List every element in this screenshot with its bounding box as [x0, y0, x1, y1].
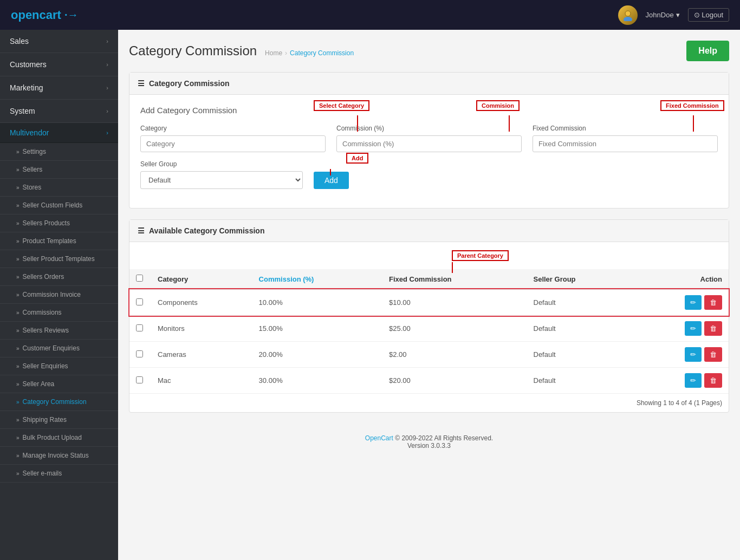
add-form-wrapper: Select Category Commision Fixed Commissi… [140, 106, 718, 189]
footer-copy: © 2009-2022 All Rights Reserved. [395, 434, 493, 442]
sidebar-subitem-shipping-rates[interactable]: »Shipping Rates [0, 411, 118, 429]
sidebar-subitem-sellers-reviews[interactable]: »Sellers Reviews [0, 322, 118, 340]
footer-version: Version 3.0.3.3 [407, 442, 451, 450]
sidebar-section-multivendor[interactable]: Multivendor › [0, 123, 118, 143]
sidebar-subitem-seller-area[interactable]: »Seller Area [0, 375, 118, 393]
footer-brand-link[interactable]: OpenCart [365, 434, 393, 442]
chevron-right-icon-mv: › [106, 129, 108, 136]
sidebar-item-system[interactable]: System › [0, 100, 118, 123]
logout-button[interactable]: ⊙ Logout [688, 8, 729, 22]
sidebar-subitem-commissions[interactable]: »Commissions [0, 304, 118, 322]
row-category-2: Cameras [151, 342, 252, 368]
sidebar-subitem-category-commission[interactable]: »Category Commission [0, 393, 118, 411]
delete-button-2[interactable]: 🗑 [704, 347, 722, 362]
edit-button-1[interactable]: ✏ [685, 321, 702, 336]
sidebar-subitem-seller-custom-fields[interactable]: »Seller Custom Fields [0, 197, 118, 214]
row-category-3: Mac [151, 368, 252, 394]
breadcrumb-home[interactable]: Home [265, 49, 282, 57]
delete-button-0[interactable]: 🗑 [704, 295, 722, 310]
table-row: Mac 30.00% $20.00 Default ✏ 🗑 [129, 368, 729, 394]
arrow-select-category [357, 115, 358, 132]
sidebar-subitem-bulk-product-upload[interactable]: »Bulk Product Upload [0, 429, 118, 447]
sidebar-subitem-commission-invoice[interactable]: »Commission Invoice [0, 286, 118, 304]
edit-button-0[interactable]: ✏ [685, 295, 702, 310]
sidebar-subitem-manage-invoice-status[interactable]: »Manage Invoice Status [0, 447, 118, 465]
page-title: Category Commission [129, 43, 257, 58]
th-seller-group: Seller Group [527, 269, 633, 289]
bullet-icon: » [16, 256, 20, 262]
sidebar-item-customers[interactable]: Customers › [0, 53, 118, 76]
parent-category-annotation-wrapper: Parent Category [138, 250, 720, 269]
card-header-add: ☰ Category Commission [129, 73, 729, 95]
commission-input[interactable] [336, 135, 522, 152]
form-row-2: Seller Group Default Add Add [140, 160, 718, 189]
select-all-checkbox[interactable] [136, 275, 143, 282]
fixed-commission-input[interactable] [533, 135, 718, 152]
form-group-commission: Commission (%) [336, 125, 522, 152]
sidebar-subitem-sellers-products[interactable]: »Sellers Products [0, 214, 118, 232]
edit-button-3[interactable]: ✏ [685, 373, 702, 388]
table-wrapper: Category Commission (%) Fixed Commission… [129, 269, 729, 412]
bullet-icon: » [16, 274, 20, 280]
add-btn-wrapper: Add Add [314, 172, 349, 189]
bullet-icon: » [16, 149, 20, 155]
card-body-add: Select Category Commision Fixed Commissi… [129, 95, 729, 208]
sidebar-subitem-settings[interactable]: »Settings [0, 143, 118, 161]
card-title-table: Available Category Commission [149, 226, 264, 235]
fixed-commission-label: Fixed Commission [533, 125, 718, 132]
commission-label: Commission (%) [336, 125, 522, 132]
sidebar-subitem-seller-product-templates[interactable]: »Seller Product Templates [0, 250, 118, 268]
sidebar-subitem-sellers[interactable]: »Sellers [0, 161, 118, 179]
sidebar-item-sales[interactable]: Sales › [0, 30, 118, 53]
breadcrumb: Home › Category Commission [265, 49, 354, 57]
row-checkbox-2[interactable] [136, 350, 143, 357]
add-button[interactable]: Add [314, 172, 349, 189]
bullet-icon: » [16, 203, 20, 209]
sidebar-subitem-seller-emails[interactable]: »Seller e-mails [0, 465, 118, 483]
chevron-right-icon: › [106, 84, 108, 91]
main-content: Category Commission Home › Category Comm… [118, 30, 740, 560]
footer: OpenCart © 2009-2022 All Rights Reserved… [129, 424, 729, 460]
form-group-fixed-commission: Fixed Commission [533, 125, 718, 152]
sidebar-subitem-sellers-orders[interactable]: »Sellers Orders [0, 268, 118, 286]
form-group-category: Category [140, 125, 326, 152]
chevron-down-icon: ▾ [676, 11, 680, 19]
chevron-right-icon: › [106, 108, 108, 114]
seller-group-select[interactable]: Default [140, 171, 303, 189]
table-row: Components 10.00% $10.00 Default ✏ 🗑 [129, 289, 729, 316]
row-group-0: Default [527, 289, 633, 316]
sidebar-subitem-product-templates[interactable]: »Product Templates [0, 232, 118, 250]
delete-button-1[interactable]: 🗑 [704, 321, 722, 336]
category-label: Category [140, 125, 326, 132]
sidebar-item-marketing[interactable]: Marketing › [0, 76, 118, 100]
delete-button-3[interactable]: 🗑 [704, 373, 722, 388]
sidebar: Sales › Customers › Marketing › System ›… [0, 30, 118, 560]
user-menu-button[interactable]: JohnDoe ▾ [646, 11, 680, 19]
row-checkbox-3[interactable] [136, 376, 143, 383]
row-checkbox-cell [129, 289, 151, 316]
sidebar-subitem-stores[interactable]: »Stores [0, 179, 118, 197]
row-checkbox-1[interactable] [136, 324, 143, 331]
page-header: Category Commission Home › Category Comm… [129, 41, 729, 61]
sidebar-label-system: System [10, 107, 35, 115]
row-checkbox-cell [129, 316, 151, 342]
bullet-icon: » [16, 167, 20, 173]
row-commission-1: 15.00% [252, 316, 382, 342]
row-group-2: Default [527, 342, 633, 368]
row-checkbox-cell [129, 368, 151, 394]
bullet-icon: » [16, 471, 20, 477]
commission-table: Category Commission (%) Fixed Commission… [129, 269, 729, 394]
edit-button-2[interactable]: ✏ [685, 347, 702, 362]
row-checkbox-0[interactable] [136, 298, 143, 305]
table-row: Monitors 15.00% $25.00 Default ✏ 🗑 [129, 316, 729, 342]
help-button[interactable]: Help [686, 41, 729, 61]
table-icon: ☰ [138, 79, 145, 88]
category-input[interactable] [140, 135, 326, 152]
sidebar-subitem-customer-enquiries[interactable]: »Customer Enquiries [0, 340, 118, 357]
header-right: JohnDoe ▾ ⊙ Logout [618, 5, 729, 25]
th-commission[interactable]: Commission (%) [252, 269, 382, 289]
card-title-add: Category Commission [149, 79, 230, 88]
annotation-select-category: Select Category [314, 100, 369, 111]
bullet-icon: » [16, 363, 20, 369]
sidebar-subitem-seller-enquiries[interactable]: »Seller Enquiries [0, 357, 118, 375]
